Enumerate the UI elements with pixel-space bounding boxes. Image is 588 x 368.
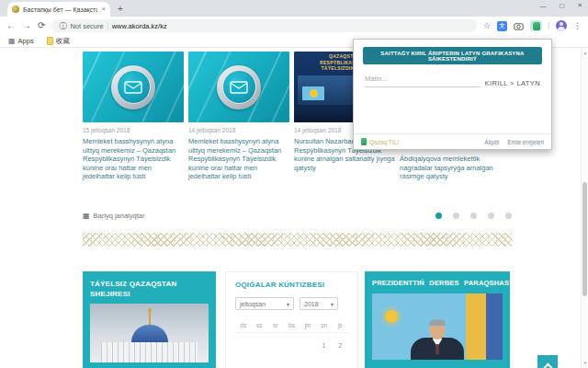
carousel-dot[interactable] xyxy=(505,213,512,219)
chevron-down-icon: ▾ xyxy=(287,301,289,307)
info-icon[interactable]: ⓘ xyxy=(59,21,66,31)
calendar-selects: jeltoqsan ▾ 2018 ▾ xyxy=(235,297,348,310)
active-extension-highlight xyxy=(530,20,542,31)
chevron-up-icon xyxy=(543,362,552,368)
calendar-day-headers: dssssrbsjmsnjs xyxy=(235,322,348,333)
qazlatyn-extension-icon[interactable] xyxy=(533,22,540,30)
envelope-badge xyxy=(111,65,155,109)
brand-label: Qazaq TILI xyxy=(369,139,399,145)
bookmark-label: 收藏 xyxy=(56,37,70,46)
calendar-title: OQIǴALAR KÚNTIZBESI xyxy=(235,281,348,289)
flag-backdrop xyxy=(466,293,503,360)
flag-sun xyxy=(385,310,398,323)
url-bar[interactable]: ⓘ Not secure www.akorda.kz/kz xyxy=(51,19,477,32)
year-select[interactable]: 2018 ▾ xyxy=(300,297,338,310)
minimize-button[interactable]: — xyxy=(540,3,547,9)
envelope-icon xyxy=(124,81,142,94)
scrollbar-down-arrow[interactable]: ▼ xyxy=(582,361,588,365)
bookmark-item[interactable]: 收藏 xyxy=(47,37,70,46)
apps-grid-icon: ▦ xyxy=(8,37,16,45)
president-figure xyxy=(410,314,465,360)
widget-president[interactable]: PREZIDENTTIŃ DERBES PARAQSHASY xyxy=(365,271,510,368)
spelling-rules-link[interactable]: Emle erejeleri xyxy=(507,139,544,145)
window-controls: — ▢ ✕ xyxy=(540,0,582,11)
news-title[interactable]: Memleket basshysynyń atyna ulttyq mereke… xyxy=(83,137,184,181)
translate-extension-icon[interactable]: 文 xyxy=(497,21,507,31)
news-card[interactable]: 15 jeltoqsan 2018 Memleket basshysynyń a… xyxy=(83,52,184,181)
new-tab-button[interactable]: + xyxy=(118,4,123,14)
bookmark-apps[interactable]: ▦ Apps xyxy=(8,37,34,45)
ornament-border xyxy=(83,233,512,247)
palace-dome xyxy=(131,325,168,342)
alphabet-link[interactable]: Álipbi xyxy=(484,139,499,145)
brand-logo-icon xyxy=(361,138,367,145)
widget-calendar: OQIǴALAR KÚNTIZBESI jeltoqsan ▾ 2018 ▾ d… xyxy=(225,271,358,368)
chrome-menu-icon[interactable]: ⋮ xyxy=(573,21,582,30)
month-select[interactable]: jeltoqsan ▾ xyxy=(235,297,294,310)
extension-popup: SAITTAǴY KIRIL ÁRIPTERIN LATYN GRAFIKASY… xyxy=(353,39,552,150)
security-label: Not secure xyxy=(70,22,103,30)
carousel-dot[interactable] xyxy=(488,213,494,219)
apps-label: Apps xyxy=(18,37,34,45)
urlbar-divider xyxy=(107,22,108,29)
all-news-link[interactable]: Barlyq jańalyqtar xyxy=(94,212,145,220)
calendar-date[interactable]: 1 xyxy=(316,342,333,349)
footer-links: Álipbi Emle erejeleri xyxy=(484,139,544,145)
all-news-row: ▦ Barlyq jańalyqtar xyxy=(83,212,512,220)
camera-extension-icon[interactable] xyxy=(514,22,524,30)
url-text: www.akorda.kz/kz xyxy=(112,22,167,30)
akorda-palace-image[interactable] xyxy=(90,304,209,362)
convert-site-button[interactable]: SAITTAǴY KIRIL ÁRIPTERIN LATYN GRAFIKASY… xyxy=(363,47,542,64)
tab-title: Бастапқы бет — Қазақстан Рес xyxy=(23,6,97,13)
news-image-envelope[interactable] xyxy=(188,52,289,122)
tab-favicon-icon xyxy=(12,6,19,13)
bookmark-star-icon[interactable]: ☆ xyxy=(483,21,491,30)
palace-spire xyxy=(149,311,151,325)
widget-chronicle[interactable]: TÁÝELSIZ QAZAQSTAN SHEJIRESI xyxy=(83,271,216,368)
calendar-date[interactable]: 2 xyxy=(332,342,348,349)
envelope-icon xyxy=(230,81,248,94)
kazakhstan-flag xyxy=(302,86,324,100)
envelope-badge xyxy=(217,65,261,109)
back-icon[interactable]: ← xyxy=(6,21,16,30)
tab-close-icon[interactable]: × xyxy=(101,6,106,13)
forward-icon[interactable]: → xyxy=(22,21,31,30)
carousel-dot[interactable] xyxy=(453,213,459,219)
news-date: 14 jeltoqsan 2018 xyxy=(188,127,289,134)
bookmark-favicon-icon xyxy=(47,37,53,45)
widgets-row: TÁÝELSIZ QAZAQSTAN SHEJIRESI OQIǴALAR KÚ… xyxy=(83,271,512,368)
toolbar-divider xyxy=(548,22,549,29)
news-date: 15 jeltoqsan 2018 xyxy=(83,127,184,134)
browser-toolbar: ← → ⟳ ⓘ Not secure www.akorda.kz/kz ☆ 文 … xyxy=(0,17,588,35)
scrollbar-thumb[interactable] xyxy=(582,182,587,296)
carousel-dot-active[interactable] xyxy=(435,213,442,219)
news-image-envelope[interactable] xyxy=(83,52,184,122)
news-title[interactable]: Memleket basshysynyń atyna ulttyq mereke… xyxy=(188,137,289,181)
browser-titlebar: Бастапқы бет — Қазақстан Рес × + — ▢ ✕ xyxy=(0,0,588,17)
widget-title[interactable]: PREZIDENTTIŃ DERBES PARAQSHASY xyxy=(372,278,503,288)
popup-footer: Qazaq TILI Álipbi Emle erejeleri xyxy=(354,133,551,149)
president-photo[interactable] xyxy=(372,293,503,360)
carousel-dot[interactable] xyxy=(470,213,477,219)
text-input[interactable] xyxy=(365,75,481,87)
palace-building xyxy=(101,342,198,362)
widget-title[interactable]: TÁÝELSIZ QAZAQSTAN SHEJIRESI xyxy=(90,279,209,299)
carousel-dots xyxy=(435,213,512,219)
browser-tab[interactable]: Бастапқы бет — Қазақстан Рес × xyxy=(7,2,110,17)
close-button[interactable]: ✕ xyxy=(578,2,582,9)
scroll-to-top-button[interactable] xyxy=(537,355,558,368)
news-card[interactable]: 14 jeltoqsan 2018 Memleket basshysynyń a… xyxy=(188,52,289,181)
chevron-down-icon: ▾ xyxy=(331,301,334,307)
grid-icon: ▦ xyxy=(83,212,90,220)
scrollbar-up-arrow[interactable]: ▲ xyxy=(582,51,588,55)
scrollbar[interactable]: ▲ ▼ xyxy=(581,48,588,368)
reload-icon[interactable]: ⟳ xyxy=(38,21,45,30)
brand: Qazaq TILI xyxy=(361,138,399,145)
profile-avatar[interactable] xyxy=(556,20,567,31)
direction-toggle[interactable]: KIRILL > LATYN xyxy=(485,79,540,87)
news-title[interactable]: Ábdiqalyqova memlekettik nagradalar taps… xyxy=(400,155,501,181)
popup-input-row: KIRILL > LATYN xyxy=(365,75,540,87)
calendar-dates-row: 12 xyxy=(235,342,348,349)
maximize-button[interactable]: ▢ xyxy=(559,2,564,9)
